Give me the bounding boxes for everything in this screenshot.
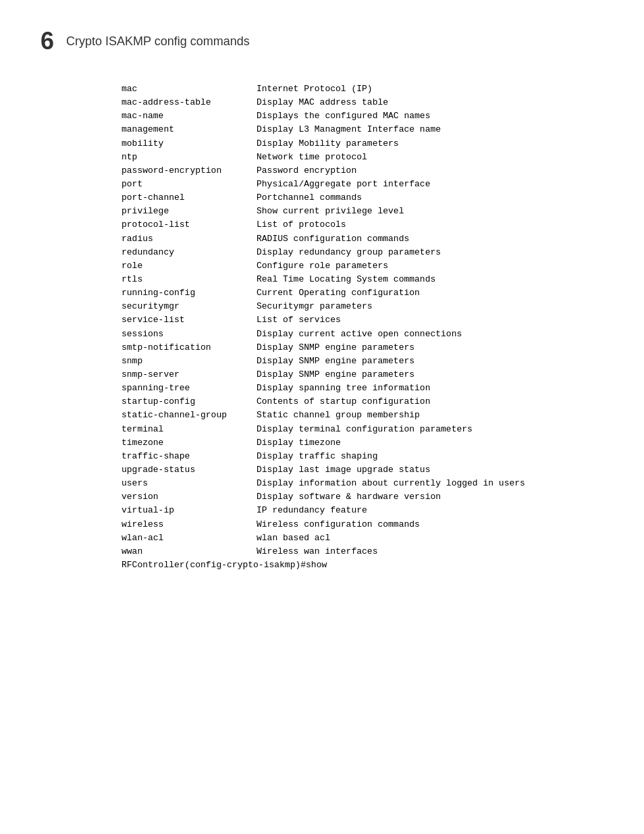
command-name: users bbox=[122, 477, 257, 490]
command-name: privilege bbox=[122, 205, 257, 218]
command-desc: Displays the configured MAC names bbox=[257, 109, 430, 123]
command-name: redundancy bbox=[122, 246, 257, 259]
table-row: wirelessWireless configuration commands bbox=[122, 518, 603, 531]
command-desc: Display SNMP engine parameters bbox=[257, 368, 414, 382]
command-desc: Portchannel commands bbox=[257, 191, 362, 205]
table-row: timezoneDisplay timezone bbox=[122, 436, 603, 450]
command-desc: Display Mobility parameters bbox=[257, 137, 399, 151]
command-desc: Display spanning tree information bbox=[257, 382, 430, 395]
chapter-number: 6 bbox=[41, 27, 54, 55]
table-row: traffic-shapeDisplay traffic shaping bbox=[122, 450, 603, 463]
table-row: startup-configContents of startup config… bbox=[122, 395, 603, 409]
command-name: running-config bbox=[122, 286, 257, 300]
command-name: port bbox=[122, 178, 257, 191]
command-name: upgrade-status bbox=[122, 463, 257, 477]
table-row: snmp-serverDisplay SNMP engine parameter… bbox=[122, 368, 603, 382]
content-area: macInternet Protocol (IP)mac-address-tab… bbox=[41, 82, 603, 570]
command-name: sessions bbox=[122, 328, 257, 341]
table-row: rtlsReal Time Locating System commands bbox=[122, 273, 603, 286]
table-row: securitymgrSecuritymgr parameters bbox=[122, 300, 603, 313]
command-desc: Configure role parameters bbox=[257, 259, 388, 273]
command-desc: RADIUS configuration commands bbox=[257, 232, 409, 246]
command-name: service-list bbox=[122, 313, 257, 327]
table-row: macInternet Protocol (IP) bbox=[122, 82, 603, 96]
prompt-line: RFController(config-crypto-isakmp)#show bbox=[122, 560, 603, 570]
table-row: privilegeShow current privilege level bbox=[122, 205, 603, 218]
command-name: spanning-tree bbox=[122, 382, 257, 395]
command-desc: Display SNMP engine parameters bbox=[257, 355, 414, 368]
command-desc: Display timezone bbox=[257, 436, 341, 450]
command-desc: Contents of startup configuration bbox=[257, 395, 430, 409]
command-desc: Display L3 Managment Interface name bbox=[257, 123, 441, 136]
table-row: mac-address-tableDisplay MAC address tab… bbox=[122, 96, 603, 109]
command-name: rtls bbox=[122, 273, 257, 286]
table-row: spanning-treeDisplay spanning tree infor… bbox=[122, 382, 603, 395]
chapter-title: Crypto ISAKMP config commands bbox=[66, 34, 250, 49]
command-desc: Wireless configuration commands bbox=[257, 518, 420, 531]
command-name: smtp-notification bbox=[122, 341, 257, 355]
command-name: version bbox=[122, 490, 257, 504]
table-row: usersDisplay information about currently… bbox=[122, 477, 603, 490]
command-desc: Static channel group membership bbox=[257, 409, 420, 422]
command-name: timezone bbox=[122, 436, 257, 450]
table-row: terminalDisplay terminal configuration p… bbox=[122, 423, 603, 436]
command-name: mobility bbox=[122, 137, 257, 151]
command-name: mac bbox=[122, 82, 257, 96]
command-desc: Display software & hardware version bbox=[257, 490, 441, 504]
command-desc: Real Time Locating System commands bbox=[257, 273, 435, 286]
command-name: wlan-acl bbox=[122, 531, 257, 545]
command-desc: wlan based acl bbox=[257, 531, 330, 545]
table-row: managementDisplay L3 Managment Interface… bbox=[122, 123, 603, 136]
table-row: versionDisplay software & hardware versi… bbox=[122, 490, 603, 504]
command-name: wireless bbox=[122, 518, 257, 531]
command-desc: Display MAC address table bbox=[257, 96, 388, 109]
command-name: mac-name bbox=[122, 109, 257, 123]
command-name: virtual-ip bbox=[122, 504, 257, 517]
table-row: password-encryptionPassword encryption bbox=[122, 164, 603, 178]
table-row: ntpNetwork time protocol bbox=[122, 151, 603, 164]
table-row: virtual-ipIP redundancy feature bbox=[122, 504, 603, 517]
command-desc: Display current active open connections bbox=[257, 328, 462, 341]
command-desc: Show current privilege level bbox=[257, 205, 404, 218]
command-name: snmp bbox=[122, 355, 257, 368]
table-row: portPhysical/Aggregate port interface bbox=[122, 178, 603, 191]
table-row: redundancyDisplay redundancy group param… bbox=[122, 246, 603, 259]
command-table: macInternet Protocol (IP)mac-address-tab… bbox=[122, 82, 603, 558]
page-header: 6 Crypto ISAKMP config commands bbox=[41, 27, 603, 55]
table-row: port-channelPortchannel commands bbox=[122, 191, 603, 205]
table-row: upgrade-statusDisplay last image upgrade… bbox=[122, 463, 603, 477]
command-desc: Wireless wan interfaces bbox=[257, 545, 377, 558]
command-name: snmp-server bbox=[122, 368, 257, 382]
command-desc: Internet Protocol (IP) bbox=[257, 82, 373, 96]
command-name: ntp bbox=[122, 151, 257, 164]
table-row: snmpDisplay SNMP engine parameters bbox=[122, 355, 603, 368]
command-name: management bbox=[122, 123, 257, 136]
table-row: running-configCurrent Operating configur… bbox=[122, 286, 603, 300]
command-name: role bbox=[122, 259, 257, 273]
command-desc: Display SNMP engine parameters bbox=[257, 341, 414, 355]
command-name: securitymgr bbox=[122, 300, 257, 313]
command-name: password-encryption bbox=[122, 164, 257, 178]
command-desc: Physical/Aggregate port interface bbox=[257, 178, 430, 191]
table-row: service-listList of services bbox=[122, 313, 603, 327]
page: 6 Crypto ISAKMP config commands macInter… bbox=[0, 0, 644, 597]
command-desc: Display traffic shaping bbox=[257, 450, 377, 463]
table-row: protocol-listList of protocols bbox=[122, 218, 603, 232]
command-desc: Network time protocol bbox=[257, 151, 367, 164]
command-desc: Display last image upgrade status bbox=[257, 463, 430, 477]
command-name: radius bbox=[122, 232, 257, 246]
command-desc: Display information about currently logg… bbox=[257, 477, 525, 490]
command-name: port-channel bbox=[122, 191, 257, 205]
table-row: radiusRADIUS configuration commands bbox=[122, 232, 603, 246]
command-name: protocol-list bbox=[122, 218, 257, 232]
command-desc: Display redundancy group parameters bbox=[257, 246, 441, 259]
table-row: roleConfigure role parameters bbox=[122, 259, 603, 273]
command-name: startup-config bbox=[122, 395, 257, 409]
command-desc: Current Operating configuration bbox=[257, 286, 420, 300]
command-desc: Securitymgr parameters bbox=[257, 300, 373, 313]
command-desc: IP redundancy feature bbox=[257, 504, 367, 517]
table-row: wwanWireless wan interfaces bbox=[122, 545, 603, 558]
table-row: wlan-aclwlan based acl bbox=[122, 531, 603, 545]
command-desc: Password encryption bbox=[257, 164, 356, 178]
table-row: sessionsDisplay current active open conn… bbox=[122, 328, 603, 341]
